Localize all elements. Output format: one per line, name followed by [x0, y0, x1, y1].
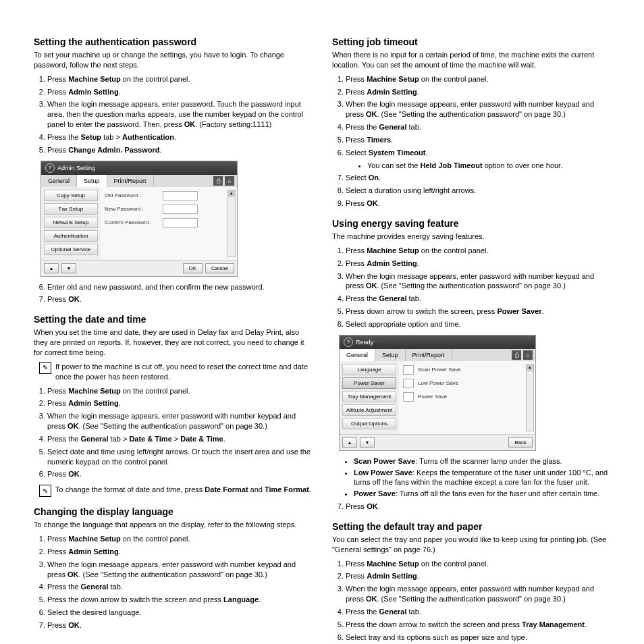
- nav-down: ▾: [360, 437, 375, 448]
- note-icon: ✎: [39, 485, 51, 497]
- step: Press the General tab.: [47, 582, 312, 592]
- step: Press Machine Setup on the control panel…: [47, 386, 312, 396]
- step: Press Machine Setup on the control panel…: [47, 534, 312, 544]
- step: Press the General tab.: [346, 122, 610, 132]
- steps-energy: Press Machine Setup on the control panel…: [332, 246, 610, 329]
- step: Press Timers.: [346, 135, 610, 145]
- tab-general: General: [340, 349, 375, 361]
- opt-low-power-save: Low Power Save: [418, 380, 472, 386]
- heading-date-time: Setting the date and time: [34, 314, 312, 325]
- step: Press Admin Setting.: [47, 87, 312, 97]
- step: Select a duration using left/right arrow…: [346, 186, 610, 196]
- step: When the login message appears, enter pa…: [47, 560, 312, 580]
- note-icon: ✎: [39, 362, 51, 374]
- step-7: Press OK.: [346, 502, 610, 512]
- back-button: Back: [508, 437, 533, 448]
- step: Press Admin Setting.: [346, 259, 610, 269]
- input-new-password: [163, 205, 198, 214]
- step: Press Admin Setting.: [346, 87, 610, 97]
- label-old-password: Old Password :: [105, 192, 159, 198]
- bullet: Scan Power Save: Turns off the scanner l…: [354, 456, 610, 466]
- tab-setup: Setup: [77, 175, 107, 187]
- steps-language: Press Machine Setup on the control panel…: [34, 534, 312, 630]
- steps-tray: Press Machine Setup on the control panel…: [332, 559, 610, 644]
- sidebar-fax-setup: Fax Setup: [44, 203, 98, 215]
- step: Press OK.: [47, 620, 312, 630]
- heading-language: Changing the display language: [34, 506, 312, 517]
- step: Press OK.: [47, 294, 312, 304]
- opt-box: [403, 365, 414, 375]
- step: When the login message appears, enter pa…: [47, 411, 312, 431]
- sidebar-altitude: Altitude Adjustment: [342, 404, 396, 416]
- label-new-password: New Password :: [105, 206, 159, 212]
- step: When the login message appears, enter pa…: [346, 99, 610, 119]
- ok-button: OK: [183, 263, 203, 273]
- screenshot-power-saver: ? Ready General Setup Print/Report ⎙ ⌂ L…: [339, 335, 536, 451]
- right-column: Setting job timeout When there is no inp…: [332, 27, 610, 644]
- steps-auth: Press Machine Setup on the control panel…: [34, 74, 312, 155]
- sidebar-optional-service: Optional Service: [44, 244, 98, 255]
- tab-print-report: Print/Report: [406, 349, 452, 361]
- step: Select appropriate option and time.: [346, 319, 610, 329]
- heading-tray: Setting the default tray and paper: [332, 521, 610, 532]
- label-confirm-password: Confirm Password :: [105, 219, 159, 225]
- intro-tray: You can select the tray and paper you wo…: [332, 535, 610, 555]
- step: Select System Timeout.: [346, 148, 610, 158]
- step: Press down arrow to switch the screen, p…: [346, 306, 610, 317]
- step: Select tray and its options such as pape…: [346, 633, 610, 643]
- sidebar-output-options: Output Options: [342, 418, 396, 429]
- intro-energy: The machine provides energy saving featu…: [332, 232, 610, 242]
- step: Press Admin Setting.: [47, 547, 312, 557]
- step: When the login message appears, enter pa…: [47, 99, 312, 130]
- step: Press OK.: [47, 469, 312, 479]
- input-confirm-password: [163, 218, 198, 227]
- step: When the login message appears, enter pa…: [346, 271, 610, 292]
- steps-date: Press Machine Setup on the control panel…: [34, 386, 312, 480]
- sidebar-authentication: Authentication: [44, 230, 98, 242]
- energy-bullets: Scan Power Save: Turns off the scanner l…: [332, 456, 610, 499]
- screenshot-admin-setting: ? Admin Setting General Setup Print/Repo…: [41, 161, 238, 277]
- home-icon: ⌂: [225, 176, 234, 186]
- intro-language: To change the language that appears on t…: [34, 520, 312, 530]
- sidebar-tray-management: Tray Management: [342, 391, 396, 402]
- steps-auth-after: Enter old and new password, and then con…: [34, 282, 312, 305]
- step: Press Admin Setting.: [346, 571, 610, 581]
- opt-power-save: Power Save: [418, 394, 472, 400]
- tab-general: General: [41, 175, 77, 187]
- step: Enter old and new password, and then con…: [47, 282, 312, 292]
- step: Press Admin Setting.: [47, 398, 312, 408]
- sidebar-network-setup: Network Setup: [44, 217, 98, 228]
- note-date-format-text: To change the format of date and time, p…: [55, 485, 312, 497]
- step: Press the General tab > Date & Time > Da…: [47, 434, 312, 444]
- step: When the login message appears, enter pa…: [346, 584, 610, 604]
- bullet: Low Power Save: Keeps the temperature of…: [354, 468, 610, 488]
- bullet: Power Save: Turns off all the fans even …: [354, 489, 610, 499]
- nav-down: ▾: [61, 263, 76, 273]
- sidebar-power-saver: Power Saver: [342, 377, 396, 389]
- step: Press Machine Setup on the control panel…: [47, 74, 312, 84]
- steps-energy-7: Press OK.: [332, 502, 610, 512]
- heading-energy: Using energy saving feature: [332, 218, 610, 229]
- nav-up: ▴: [342, 437, 357, 448]
- intro-timeout: When there is no input for a certain per…: [332, 50, 610, 70]
- home-icon: ⌂: [523, 350, 533, 360]
- sub-item: You can set the Held Job Timeout option …: [367, 161, 610, 171]
- tab-setup: Setup: [375, 349, 406, 361]
- tab-print-report: Print/Report: [107, 175, 154, 187]
- shot2-title: Ready: [356, 339, 373, 346]
- left-column: Setting the authentication password To s…: [34, 27, 312, 644]
- scrollbar: ▴: [227, 190, 236, 257]
- note-date-format: ✎ To change the format of date and time,…: [34, 485, 312, 497]
- shot1-title: Admin Setting: [57, 165, 95, 171]
- step: Press the Setup tab > Authentication.: [47, 132, 312, 142]
- steps-timeout: Press Machine Setup on the control panel…: [332, 74, 610, 209]
- heading-auth-password: Setting the authentication password: [34, 36, 312, 47]
- intro-auth: To set your machine up or change the set…: [34, 50, 312, 70]
- step: Press the down arrow to switch the scree…: [47, 595, 312, 605]
- heading-job-timeout: Setting job timeout: [332, 36, 610, 47]
- step: Press Machine Setup on the control panel…: [346, 559, 610, 569]
- note-power-cutoff: ✎ If power to the machine is cut off, yo…: [34, 362, 312, 382]
- opt-box: [403, 392, 414, 402]
- step: Press Machine Setup on the control panel…: [346, 246, 610, 256]
- help-icon: ?: [45, 163, 55, 173]
